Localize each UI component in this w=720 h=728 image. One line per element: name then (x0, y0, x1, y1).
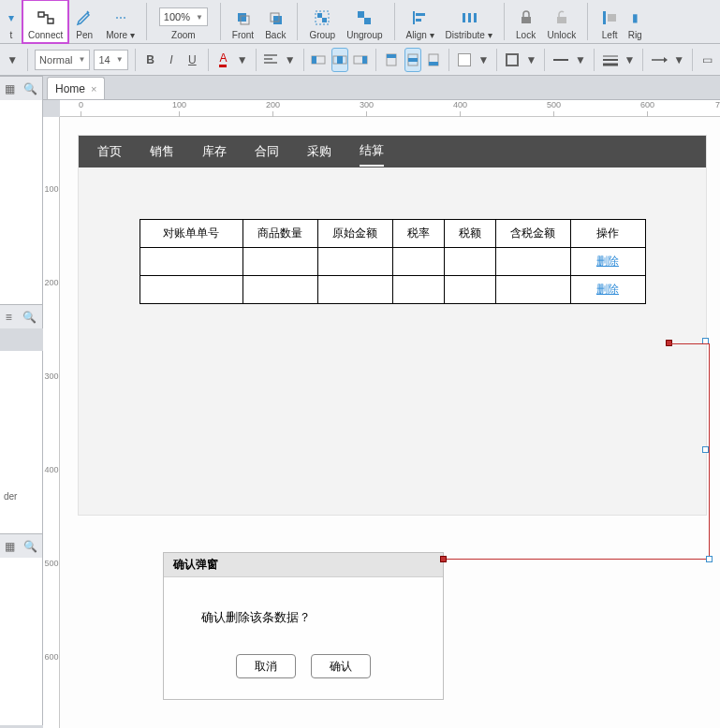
fill-color[interactable] (456, 48, 473, 72)
connect-tool[interactable]: Connect (22, 0, 68, 43)
confirm-dialog[interactable]: 确认弹窗 确认删除该条数据？ 取消 确认 (163, 552, 444, 700)
add-icon[interactable]: ▦ (5, 82, 15, 95)
pen-tool[interactable]: Pen (68, 0, 100, 43)
pen-icon (74, 7, 95, 28)
text-color-btn[interactable]: A (214, 48, 231, 72)
cancel-button[interactable]: 取消 (236, 654, 296, 678)
group-icon (312, 7, 332, 28)
svg-rect-16 (557, 17, 566, 23)
unlock-icon (551, 7, 572, 28)
text-color-caret[interactable]: ▼ (236, 48, 249, 72)
ungroup-icon (354, 7, 375, 28)
halign-right[interactable] (352, 48, 369, 72)
connector-midpoint[interactable] (706, 556, 713, 562)
data-table: 对账单单号 商品数量 原始金额 税率 税额 含税金额 操作 删除 删除 (140, 219, 646, 304)
horizontal-ruler: 0 100 200 300 400 500 600 700 (60, 100, 720, 117)
search-icon[interactable]: 🔍 (23, 82, 37, 95)
distribute-menu[interactable]: Distribute ▾ (440, 0, 498, 43)
border-color[interactable] (504, 48, 521, 72)
svg-rect-28 (408, 58, 418, 62)
svg-rect-7 (358, 11, 364, 18)
add2-icon[interactable]: ▦ (5, 540, 15, 553)
nav-purchase[interactable]: 采购 (307, 138, 331, 166)
document-tabs: Home × (43, 76, 720, 100)
underline-btn[interactable]: U (184, 48, 200, 72)
align-left-btn[interactable]: Left (594, 0, 625, 43)
proto-navbar: 首页 销售 库存 合同 采购 结算 (79, 136, 706, 167)
resize-handle[interactable] (702, 446, 709, 453)
svg-rect-15 (522, 17, 531, 23)
nav-sales[interactable]: 销售 (150, 138, 174, 166)
svg-rect-2 (273, 16, 282, 24)
ungroup-btn[interactable]: Ungroup (341, 0, 388, 43)
svg-rect-20 (312, 56, 316, 64)
extra-style[interactable]: ▭ (699, 48, 716, 72)
font-size-select[interactable]: 14▼ (94, 50, 127, 70)
table-row: 删除 (140, 248, 645, 276)
line-weight[interactable] (601, 48, 620, 72)
halign-left[interactable] (310, 48, 327, 72)
italic-btn[interactable]: I (163, 48, 180, 72)
align-menu[interactable]: Align ▾ (401, 0, 440, 43)
connect-label: Connect (28, 30, 63, 40)
nav-settle[interactable]: 结算 (360, 137, 384, 167)
svg-rect-22 (337, 56, 343, 64)
tool-label: t (10, 30, 13, 40)
align-right-icon: ▮ (624, 7, 645, 28)
bring-front[interactable]: Front (227, 0, 259, 43)
outline-item[interactable]: der (4, 491, 17, 502)
ok-button[interactable]: 确认 (311, 654, 371, 678)
menu-icon[interactable]: ≡ (6, 311, 12, 324)
align-right-btn[interactable]: ▮ Rig (625, 0, 644, 43)
svg-rect-8 (364, 18, 371, 24)
delete-link[interactable]: 删除 (596, 255, 619, 268)
library-header: ▦ 🔍 (0, 76, 43, 100)
vertical-ruler: 100 200 300 400 500 600 (43, 117, 60, 728)
svg-rect-5 (317, 13, 322, 18)
dialog-title: 确认弹窗 (164, 553, 443, 577)
close-icon[interactable]: × (91, 83, 96, 95)
send-back[interactable]: Back (259, 0, 291, 43)
delete-link[interactable]: 删除 (596, 283, 619, 296)
valign-top[interactable] (383, 48, 400, 72)
svg-rect-10 (416, 13, 425, 16)
style-dropdown-left[interactable]: ▼ (4, 48, 21, 72)
tab-home[interactable]: Home × (47, 77, 105, 99)
valign-middle[interactable] (404, 48, 421, 72)
svg-rect-24 (362, 56, 367, 64)
connector-line[interactable] (669, 343, 709, 344)
halign-center[interactable] (331, 48, 348, 72)
search3-icon[interactable]: 🔍 (23, 540, 37, 553)
ribbon-toolbar: ▾ t Connect Pen ⋯ More ▾ 100%▼ Zoom Fron… (0, 0, 720, 44)
nav-contract[interactable]: 合同 (255, 138, 279, 166)
design-canvas[interactable]: 首页 销售 库存 合同 采购 结算 对账单单号 商品数量 原始金额 税率 税额 … (60, 117, 720, 728)
border-caret[interactable]: ▼ (524, 48, 537, 72)
unlock-btn[interactable]: Unlock (542, 0, 582, 43)
connector-line[interactable] (444, 559, 709, 560)
lock-btn[interactable]: Lock (510, 0, 542, 43)
bold-btn[interactable]: B (141, 48, 158, 72)
svg-rect-0 (238, 13, 246, 22)
align-left-text[interactable] (262, 48, 279, 72)
font-style-select[interactable]: Normal▼ (35, 50, 90, 70)
group-btn[interactable]: Group (303, 0, 341, 43)
line-style[interactable] (551, 48, 570, 72)
align-left-icon (599, 7, 620, 28)
zoom-control[interactable]: 100%▼ Zoom (153, 0, 214, 43)
tool-prev[interactable]: ▾ t (0, 0, 22, 43)
svg-rect-11 (416, 19, 421, 22)
line-caret[interactable]: ▼ (574, 48, 587, 72)
fill-caret[interactable]: ▼ (477, 48, 490, 72)
tool-icon: ▾ (1, 7, 22, 28)
align-text-caret[interactable]: ▼ (284, 48, 297, 72)
nav-home[interactable]: 首页 (97, 138, 122, 166)
page-prototype[interactable]: 首页 销售 库存 合同 采购 结算 对账单单号 商品数量 原始金额 税率 税额 … (79, 136, 706, 515)
valign-bottom[interactable] (425, 48, 442, 72)
nav-stock[interactable]: 库存 (202, 138, 227, 166)
arrow-style[interactable] (650, 48, 669, 72)
connector-endpoint[interactable] (440, 556, 447, 562)
search2-icon[interactable]: 🔍 (22, 311, 37, 324)
more-tool[interactable]: ⋯ More ▾ (100, 0, 140, 43)
library-mid: ≡ 🔍 (0, 304, 43, 328)
connector-line[interactable] (709, 343, 710, 559)
